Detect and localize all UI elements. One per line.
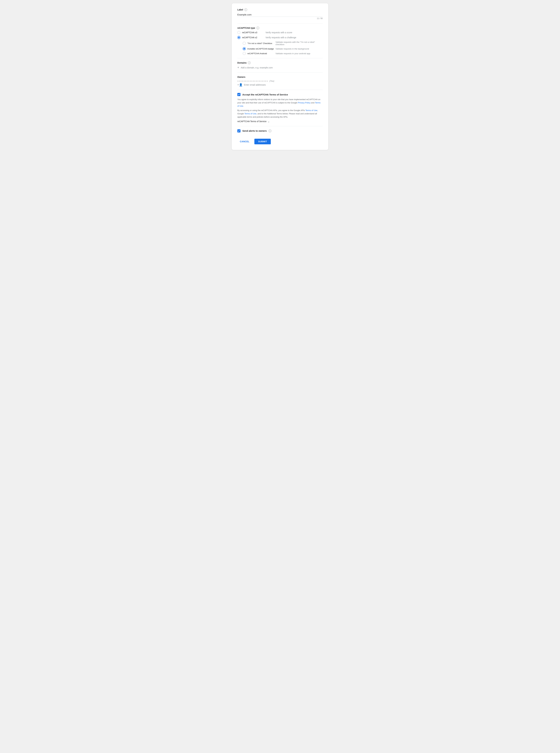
add-domain-row[interactable]: + (237, 66, 323, 69)
owners-heading-text: Owners (237, 76, 245, 78)
tos-paragraph-2: By accessing or using the reCAPTCHA APIs… (237, 109, 323, 119)
tos-title: Accept the reCAPTCHA Terms of Service (242, 93, 288, 96)
sub-android-desc: Validate requests in your android app (276, 52, 310, 55)
sub-invisible-row[interactable]: Invisible reCAPTCHA badge Validate reque… (243, 47, 323, 50)
recaptcha-v3-radio[interactable] (237, 31, 240, 34)
tos-checkbox[interactable] (237, 93, 240, 96)
tos-checkmark-icon (238, 94, 240, 96)
domains-info-icon[interactable]: i (248, 61, 251, 64)
owner-email-text: ●●●●●●●●●●●●●●●●●●●● (237, 80, 268, 82)
recaptcha-type-heading-text: reCAPTCHA type (237, 27, 255, 29)
alerts-checkmark-icon (238, 130, 240, 132)
tos-dropdown[interactable]: reCAPTCHA Terms of Service ⌄ (237, 120, 323, 123)
label-char-count: 11 / 50 (237, 17, 323, 20)
tos-paragraph-1: You agree to explicitly inform visitors … (237, 98, 323, 108)
owners-section: Owners ●●●●●●●●●●●●●●●●●●●● (You) +👤 (237, 76, 323, 86)
label-info-icon[interactable]: i (244, 8, 247, 11)
add-person-icon[interactable]: +👤 (237, 83, 242, 86)
owner-email-row: ●●●●●●●●●●●●●●●●●●●● (You) (237, 80, 323, 82)
sub-invisible-radio[interactable] (243, 47, 246, 50)
sub-invisible-desc: Validate requests in the background (276, 48, 309, 50)
label-section: Label i 11 / 50 (237, 8, 323, 20)
tos-terms-link-3[interactable]: Terms of Use (244, 113, 256, 115)
divider-2 (237, 58, 323, 58)
sub-android-radio[interactable] (243, 52, 246, 55)
sub-checkbox-label: "I'm not a robot" Checkbox (247, 42, 274, 44)
tos-privacy-policy-link[interactable]: Privacy Policy (298, 102, 311, 104)
domains-section: Domains i + (237, 61, 323, 69)
sub-checkbox-desc: Validate requests with the "I'm not a ro… (276, 41, 323, 46)
recaptcha-v2-desc: Verify requests with a challenge (265, 36, 296, 39)
tos-header: Accept the reCAPTCHA Terms of Service (237, 93, 323, 96)
tos-terms-link-2[interactable]: Terms of Use (305, 109, 318, 111)
add-owner-row[interactable]: +👤 (237, 83, 323, 86)
alerts-info-icon[interactable]: i (268, 129, 272, 132)
main-card: Label i 11 / 50 reCAPTCHA type i reCAPTC… (232, 3, 328, 150)
alerts-checkbox[interactable] (237, 129, 240, 133)
submit-button[interactable]: SUBMIT (254, 139, 271, 144)
domains-heading: Domains i (237, 61, 323, 64)
label-input[interactable] (237, 13, 323, 17)
sub-android-label: reCAPTCHA Android (247, 52, 274, 55)
recaptcha-type-info-icon[interactable]: i (256, 26, 259, 29)
label-heading: Label i (237, 8, 323, 11)
recaptcha-v3-row[interactable]: reCAPTCHA v3 Verify requests with a scor… (237, 31, 323, 34)
tos-section: Accept the reCAPTCHA Terms of Service Yo… (237, 93, 323, 123)
sub-options: "I'm not a robot" Checkbox Validate requ… (243, 41, 323, 55)
label-heading-text: Label (237, 8, 243, 11)
alerts-title: Send alerts to owners (242, 129, 267, 132)
tos-and-text: and (311, 102, 315, 104)
recaptcha-v2-radio[interactable] (237, 36, 240, 39)
add-domain-input[interactable] (241, 66, 323, 69)
tos-chevron-icon: ⌄ (268, 120, 270, 123)
recaptcha-type-heading: reCAPTCHA type i (237, 26, 323, 29)
recaptcha-v2-label: reCAPTCHA v2 (242, 36, 264, 39)
alerts-header: Send alerts to owners i (237, 129, 323, 133)
cancel-button[interactable]: CANCEL (237, 139, 252, 144)
recaptcha-v2-row[interactable]: reCAPTCHA v2 Verify requests with a chal… (237, 36, 323, 39)
recaptcha-type-section: reCAPTCHA type i reCAPTCHA v3 Verify req… (237, 26, 323, 55)
tos-dropdown-label: reCAPTCHA Terms of Service (237, 120, 266, 123)
recaptcha-v3-desc: Verify requests with a score (265, 31, 292, 34)
recaptcha-v3-label: reCAPTCHA v3 (242, 31, 264, 34)
sub-invisible-label: Invisible reCAPTCHA badge (247, 48, 274, 50)
domains-heading-text: Domains (237, 62, 246, 64)
sub-android-row[interactable]: reCAPTCHA Android Validate requests in y… (243, 52, 323, 55)
owner-you-label: (You) (269, 80, 274, 82)
sub-checkbox-row[interactable]: "I'm not a robot" Checkbox Validate requ… (243, 41, 323, 46)
owners-heading: Owners (237, 76, 323, 78)
add-domain-plus-icon[interactable]: + (237, 66, 239, 69)
alerts-section: Send alerts to owners i (237, 129, 323, 133)
tos-para2-pre: By accessing or using the reCAPTCHA APIs… (237, 109, 305, 111)
tos-period: . (243, 105, 244, 107)
sub-checkbox-radio[interactable] (243, 42, 246, 45)
add-owner-input[interactable] (244, 84, 323, 86)
footer-buttons: CANCEL SUBMIT (237, 138, 323, 144)
